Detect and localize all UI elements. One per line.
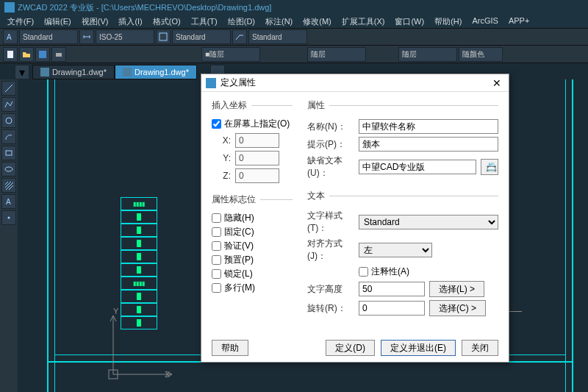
print-icon[interactable] (51, 47, 66, 62)
menu-app[interactable]: APP+ (504, 15, 534, 28)
menu-view[interactable]: 视图(V) (77, 15, 113, 28)
menu-format[interactable]: 格式(O) (148, 15, 185, 28)
style-icon[interactable]: A (3, 29, 18, 44)
default-label: 缺省文本(U)： (307, 154, 354, 179)
group-attrs: 属性 名称(N)： 提示(P)： 缺省文本(U)： 📇 (307, 99, 498, 185)
draw-toolbar: A (0, 79, 18, 392)
toolbar-layers: ■ 随层 随层 随层 随颜色 (0, 46, 588, 63)
group-flags-legend: 属性标志位 (212, 193, 260, 206)
layer-color-combo[interactable]: ■ 随层 (201, 47, 260, 62)
svg-rect-7 (6, 151, 12, 155)
flag-verify[interactable]: 验证(V) (212, 240, 293, 252)
table-style-icon[interactable] (156, 29, 171, 44)
name-input[interactable] (359, 119, 498, 134)
specify-onscreen-check[interactable]: 在屏幕上指定(O) (212, 118, 293, 130)
menu-edit[interactable]: 编辑(E) (40, 15, 76, 28)
annotative-check[interactable]: 注释性(A) (359, 266, 498, 278)
menu-draw[interactable]: 绘图(D) (223, 15, 259, 28)
group-insert-coord: 插入坐标 在屏幕上指定(O) X: Y: Z: (212, 99, 293, 189)
tab-drawing1-active[interactable]: Drawing1.dwg* (115, 65, 197, 79)
prompt-input[interactable] (359, 137, 498, 152)
menu-help[interactable]: 帮助(H) (430, 15, 466, 28)
text-icon[interactable]: A (1, 194, 16, 209)
toolbar-styles: A Standard ISO-25 Standard Standard (0, 28, 588, 46)
justify-select[interactable]: 左 (359, 243, 432, 257)
table-style-combo[interactable]: Standard (172, 29, 231, 44)
lineweight-combo[interactable]: 随层 (398, 47, 457, 62)
menubar: 文件(F) 编辑(E) 视图(V) 插入(I) 格式(O) 工具(T) 绘图(D… (0, 15, 588, 28)
polyline-icon[interactable] (1, 97, 16, 112)
menu-modify[interactable]: 修改(M) (298, 15, 336, 28)
flag-fixed[interactable]: 固定(C) (212, 226, 293, 238)
menu-file[interactable]: 文件(F) (3, 15, 38, 28)
close-button[interactable]: 关闭 (462, 340, 498, 356)
flag-preset[interactable]: 预置(P) (212, 254, 293, 266)
menu-arcgis[interactable]: ArcGIS (467, 15, 502, 28)
svg-point-6 (6, 118, 12, 124)
z-label: Z: (212, 171, 231, 181)
height-input[interactable] (359, 282, 425, 296)
define-button[interactable]: 定义(D) (326, 340, 375, 356)
point-icon[interactable] (1, 210, 16, 225)
menu-insert[interactable]: 插入(I) (114, 15, 146, 28)
menu-dim[interactable]: 标注(N) (261, 15, 297, 28)
dwg-icon (123, 68, 132, 76)
svg-rect-1 (159, 33, 167, 40)
insert-field-button[interactable]: 📇 (481, 159, 498, 175)
ellipse-icon[interactable] (1, 162, 16, 177)
close-icon[interactable]: ✕ (490, 77, 504, 89)
svg-point-8 (5, 167, 12, 171)
x-label: X: (212, 135, 231, 146)
textstyle-select[interactable]: Standard (359, 215, 498, 229)
linetype-combo[interactable]: 随层 (307, 47, 366, 62)
dim-style-icon[interactable] (79, 29, 94, 44)
flag-hidden[interactable]: 隐藏(H) (212, 212, 293, 224)
dialog-titlebar[interactable]: 定义属性 ✕ (201, 74, 509, 92)
group-insert-legend: 插入坐标 (212, 99, 251, 112)
menu-ext[interactable]: 扩展工具(X) (337, 15, 390, 28)
mleader-style-icon[interactable] (232, 29, 247, 44)
pick-height-button[interactable]: 选择(L) > (429, 281, 484, 297)
mleader-style-combo[interactable]: Standard (248, 29, 307, 44)
menu-window[interactable]: 窗口(W) (390, 15, 429, 28)
specify-onscreen-checkbox[interactable] (212, 119, 221, 129)
dim-style-combo[interactable]: ISO-25 (96, 29, 154, 44)
dialog-icon (206, 78, 216, 88)
help-button[interactable]: 帮助 (212, 340, 248, 356)
menu-tools[interactable]: 工具(T) (187, 15, 222, 28)
app-logo-icon (4, 2, 15, 13)
tab-menu-icon[interactable]: ▾ (15, 65, 29, 79)
y-label: Y: (212, 153, 231, 163)
tab-drawing1[interactable]: Drawing1.dwg* (32, 65, 115, 79)
arc-icon[interactable] (1, 129, 16, 144)
svg-point-10 (8, 217, 10, 219)
define-exit-button[interactable]: 定义并退出(E) (381, 340, 456, 356)
define-attribute-dialog: 定义属性 ✕ 插入坐标 在屏幕上指定(O) X: Y: (201, 74, 509, 363)
name-label: 名称(N)： (307, 121, 354, 133)
flag-lock[interactable]: 锁定(L) (212, 268, 293, 280)
dwg-icon (40, 68, 49, 76)
svg-text:A: A (6, 198, 11, 206)
circle-icon[interactable] (1, 113, 16, 128)
svg-rect-3 (39, 51, 46, 58)
pick-rotation-button[interactable]: 选择(C) > (429, 300, 486, 316)
flag-multi[interactable]: 多行(M) (212, 282, 293, 294)
x-input[interactable] (235, 133, 279, 148)
rotation-input[interactable] (359, 301, 425, 316)
y-input[interactable] (235, 151, 279, 165)
plotstyle-combo[interactable]: 随颜色 (459, 47, 503, 62)
textstyle-label: 文字样式(T)： (307, 210, 354, 235)
tab-label: Drawing1.dwg* (135, 68, 189, 76)
open-icon[interactable] (19, 47, 34, 62)
height-label: 文字高度 (307, 283, 354, 296)
line-icon[interactable] (1, 81, 16, 96)
svg-text:A: A (7, 33, 12, 41)
rect-icon[interactable] (1, 146, 16, 160)
default-input[interactable] (359, 160, 476, 174)
svg-rect-4 (56, 53, 62, 57)
z-input[interactable] (235, 168, 279, 183)
hatch-icon[interactable] (1, 178, 16, 193)
text-style-combo[interactable]: Standard (19, 29, 78, 44)
save-icon[interactable] (35, 47, 50, 62)
new-icon[interactable] (3, 47, 18, 62)
